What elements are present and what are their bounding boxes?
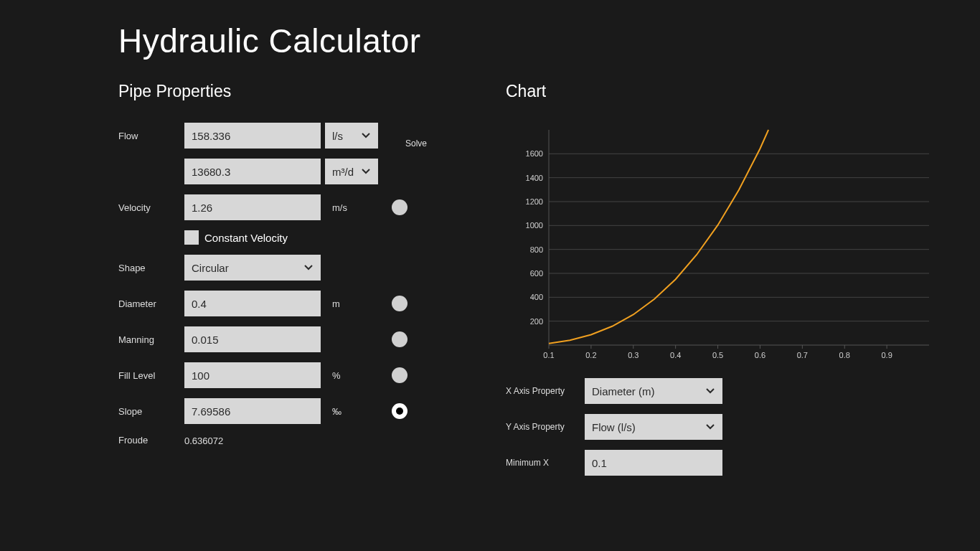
- shape-label: Shape: [118, 263, 184, 273]
- minimum-x-label: Minimum X: [506, 458, 585, 468]
- y-axis-property-select[interactable]: Flow (l/s): [585, 414, 722, 440]
- x-axis-property-label: X Axis Property: [506, 386, 585, 396]
- solve-manning-radio[interactable]: [392, 331, 407, 347]
- chevron-down-icon: [361, 166, 371, 176]
- svg-text:1400: 1400: [526, 174, 543, 182]
- svg-text:1000: 1000: [526, 221, 543, 230]
- flow-unit-2-value: m³/d: [332, 166, 354, 178]
- diameter-input[interactable]: [184, 291, 321, 316]
- froude-value: 0.636072: [184, 434, 325, 446]
- chevron-down-icon: [303, 263, 314, 273]
- svg-text:0.9: 0.9: [881, 351, 892, 359]
- fill-level-input[interactable]: [184, 362, 321, 388]
- svg-text:0.7: 0.7: [797, 351, 808, 359]
- fill-level-unit: %: [325, 370, 385, 381]
- solve-fill-level-radio[interactable]: [392, 367, 407, 383]
- flow-unit-1-select[interactable]: l/s: [325, 123, 378, 149]
- svg-text:0.2: 0.2: [585, 351, 596, 359]
- velocity-unit: m/s: [325, 202, 385, 213]
- froude-label: Froude: [118, 435, 184, 446]
- svg-text:0.4: 0.4: [670, 351, 681, 359]
- svg-text:0.5: 0.5: [712, 351, 723, 359]
- chevron-down-icon: [361, 131, 371, 141]
- svg-text:1200: 1200: [526, 197, 543, 206]
- svg-text:1600: 1600: [526, 149, 543, 158]
- chart-heading: Chart: [506, 82, 936, 101]
- svg-text:0.1: 0.1: [543, 351, 554, 359]
- shape-select[interactable]: Circular: [184, 255, 321, 281]
- solve-slope-radio[interactable]: [392, 403, 407, 419]
- svg-text:0.6: 0.6: [755, 351, 765, 359]
- velocity-input[interactable]: [184, 194, 321, 220]
- diameter-unit: m: [325, 298, 385, 309]
- chevron-down-icon: [705, 422, 715, 432]
- svg-text:600: 600: [530, 269, 543, 278]
- solve-velocity-radio[interactable]: [392, 199, 407, 215]
- slope-label: Slope: [118, 406, 184, 417]
- pipe-properties-panel: Pipe Properties Solve Flow l/s m³/d: [118, 82, 456, 476]
- svg-text:800: 800: [530, 245, 543, 254]
- y-axis-property-value: Flow (l/s): [592, 421, 636, 433]
- constant-velocity-checkbox[interactable]: [184, 230, 199, 245]
- solve-diameter-radio[interactable]: [392, 296, 407, 311]
- flow-unit-1-value: l/s: [332, 130, 343, 142]
- slope-unit: ‰: [325, 406, 385, 417]
- slope-input[interactable]: [184, 398, 321, 424]
- chevron-down-icon: [705, 386, 715, 396]
- flow-label: Flow: [118, 131, 184, 141]
- svg-text:400: 400: [530, 293, 543, 301]
- chart-plot: 20040060080010001200140016000.10.20.30.4…: [506, 123, 936, 367]
- flow-input-1[interactable]: [184, 123, 321, 149]
- manning-input[interactable]: [184, 326, 321, 352]
- svg-text:0.8: 0.8: [839, 351, 850, 359]
- y-axis-property-label: Y Axis Property: [506, 422, 585, 432]
- pipe-properties-heading: Pipe Properties: [118, 82, 456, 101]
- manning-label: Manning: [118, 334, 184, 345]
- chart-panel: Chart 20040060080010001200140016000.10.2…: [506, 82, 936, 476]
- x-axis-property-select[interactable]: Diameter (m): [585, 378, 722, 404]
- flow-unit-2-select[interactable]: m³/d: [325, 159, 378, 184]
- fill-level-label: Fill Level: [118, 370, 184, 381]
- diameter-label: Diameter: [118, 298, 184, 309]
- svg-text:200: 200: [530, 317, 543, 326]
- minimum-x-input[interactable]: [585, 450, 722, 476]
- flow-input-2[interactable]: [184, 159, 321, 184]
- velocity-label: Velocity: [118, 202, 184, 213]
- x-axis-property-value: Diameter (m): [592, 385, 655, 397]
- page-title: Hydraulic Calculator: [118, 22, 980, 60]
- solve-column-header: Solve: [405, 138, 427, 149]
- constant-velocity-label: Constant Velocity: [204, 232, 288, 244]
- shape-value: Circular: [192, 262, 229, 274]
- svg-text:0.3: 0.3: [628, 351, 639, 359]
